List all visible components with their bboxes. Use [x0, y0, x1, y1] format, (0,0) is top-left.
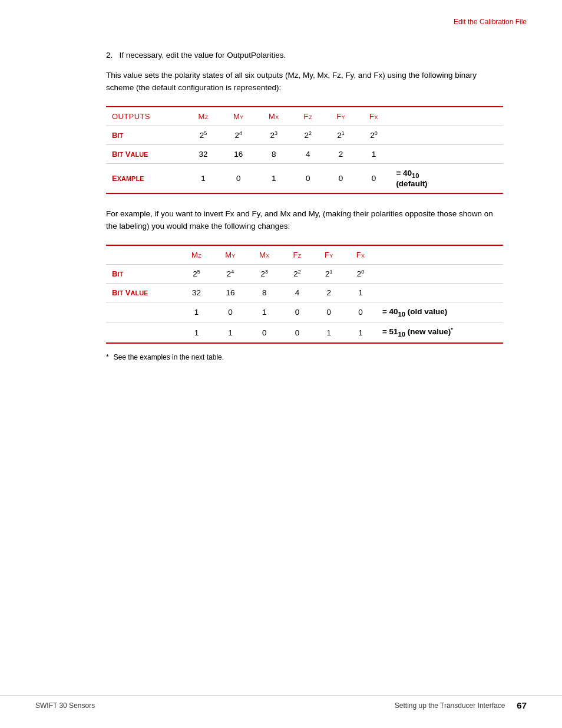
ex-fz: 0	[292, 164, 325, 193]
header-title: Edit the Calibration File	[454, 18, 527, 26]
table-row: BIT 25 24 23 22 21 20	[106, 264, 503, 283]
bitval-my: 16	[221, 145, 256, 164]
bit-fx: 20	[358, 126, 391, 145]
t2-bit-fx: 20	[345, 264, 376, 283]
t2-row3-mx: 1	[247, 302, 282, 322]
ex-mx: 1	[256, 164, 292, 193]
col-mx-1: Mx	[256, 107, 292, 126]
t2-bit-my: 24	[213, 264, 247, 283]
ex-my: 0	[221, 164, 256, 193]
t2-bitval-result	[376, 283, 503, 302]
table-row: EXAMPLE 1 0 1 0 0 0 = 4010(default)	[106, 164, 503, 193]
ex-fx: 0	[358, 164, 391, 193]
footer-product: SWIFT 30 Sensors	[35, 701, 95, 710]
bitval-mx: 8	[256, 145, 292, 164]
bit-fz: 22	[292, 126, 325, 145]
t2-bit-label: BIT	[106, 264, 180, 283]
col-my-2: My	[213, 246, 247, 265]
step-paragraph: 2. If necessary, edit the value for Outp…	[106, 50, 503, 61]
table2-header-row: Mz My Mx Fz Fy Fx	[106, 246, 503, 265]
bit-result	[390, 126, 503, 145]
row-bit-label: BIT	[106, 126, 186, 145]
bit-fy: 21	[325, 126, 358, 145]
bitval-fy: 2	[325, 145, 358, 164]
t2-bitval-my: 16	[213, 283, 247, 302]
page-number: 67	[517, 700, 527, 710]
table-1: OUTPUTS Mz My Mx Fz Fy Fx BIT 25 24	[106, 106, 503, 194]
col-mx-2: Mx	[247, 246, 282, 265]
row-bitvalue-label: BIT VALUE	[106, 145, 186, 164]
col-outputs: OUTPUTS	[106, 107, 186, 126]
col-mz-1: Mz	[186, 107, 220, 126]
body-text-1: This value sets the polarity states of a…	[106, 70, 503, 94]
step-number: 2.	[106, 51, 113, 60]
t2-row3-label	[106, 302, 180, 322]
t2-bitval-fy: 2	[313, 283, 345, 302]
ex-mz: 1	[186, 164, 220, 193]
table-2: Mz My Mx Fz Fy Fx BIT 25 24 23	[106, 245, 503, 344]
table-row: 1 0 1 0 0 0 = 4010 (old value)	[106, 302, 503, 322]
page-footer: SWIFT 30 Sensors Setting up the Transduc…	[0, 695, 562, 710]
body-text-2: For example, if you want to invert Fx an…	[106, 208, 503, 233]
bit-mz: 25	[186, 126, 220, 145]
t2-row4-result: = 5110 (new value)*	[376, 322, 503, 342]
t2-bitvalue-label: BIT VALUE	[106, 283, 180, 302]
bit-mx: 23	[256, 126, 292, 145]
ex-result: = 4010(default)	[390, 164, 503, 193]
t2-bitval-fz: 4	[282, 283, 313, 302]
page-header: Edit the Calibration File	[0, 0, 562, 32]
bit-my: 24	[221, 126, 256, 145]
main-content: 2. If necessary, edit the value for Outp…	[0, 32, 562, 379]
t2-row4-my: 1	[213, 322, 247, 342]
row-example-label: EXAMPLE	[106, 164, 186, 193]
t2-row3-fy: 0	[313, 302, 345, 322]
ex-fy: 0	[325, 164, 358, 193]
col-fz-1: Fz	[292, 107, 325, 126]
t2-bit-fy: 21	[313, 264, 345, 283]
footnote-marker: *	[106, 353, 109, 361]
col-empty	[106, 246, 180, 265]
t2-bitval-mz: 32	[180, 283, 213, 302]
bitval-result	[390, 145, 503, 164]
t2-row4-mx: 0	[247, 322, 282, 342]
col-mz-2: Mz	[180, 246, 213, 265]
table-row: BIT VALUE 32 16 8 4 2 1	[106, 145, 503, 164]
col-fy-1: Fy	[325, 107, 358, 126]
bitval-mz: 32	[186, 145, 220, 164]
col-fz-2: Fz	[282, 246, 313, 265]
footnote: * See the examples in the next table.	[106, 353, 503, 361]
footer-right: Setting up the Transducer Interface 67	[395, 700, 527, 710]
t2-row3-fx: 0	[345, 302, 376, 322]
t2-row4-fx: 1	[345, 322, 376, 342]
col-fx-1: Fx	[358, 107, 391, 126]
col-fx-2: Fx	[345, 246, 376, 265]
col-fy-2: Fy	[313, 246, 345, 265]
t2-row3-fz: 0	[282, 302, 313, 322]
t2-row4-label	[106, 322, 180, 342]
bitval-fx: 1	[358, 145, 391, 164]
t2-bit-fz: 22	[282, 264, 313, 283]
page-container: Edit the Calibration File 2. If necessar…	[0, 0, 562, 728]
t2-row4-fz: 0	[282, 322, 313, 342]
t2-row3-my: 0	[213, 302, 247, 322]
t2-row4-mz: 1	[180, 322, 213, 342]
t2-row3-mz: 1	[180, 302, 213, 322]
table1-header-row: OUTPUTS Mz My Mx Fz Fy Fx	[106, 107, 503, 126]
table-row: 1 1 0 0 1 1 = 5110 (new value)*	[106, 322, 503, 342]
bitval-fz: 4	[292, 145, 325, 164]
t2-row3-result: = 4010 (old value)	[376, 302, 503, 322]
col-my-1: My	[221, 107, 256, 126]
col-result-1	[390, 107, 503, 126]
t2-bitval-mx: 8	[247, 283, 282, 302]
col-result-2	[376, 246, 503, 265]
t2-row4-fy: 1	[313, 322, 345, 342]
table-row: BIT VALUE 32 16 8 4 2 1	[106, 283, 503, 302]
t2-bit-mz: 25	[180, 264, 213, 283]
t2-bit-mx: 23	[247, 264, 282, 283]
footnote-text: See the examples in the next table.	[114, 353, 224, 361]
footer-section: Setting up the Transducer Interface	[395, 701, 505, 710]
t2-bit-result	[376, 264, 503, 283]
t2-bitval-fx: 1	[345, 283, 376, 302]
table-row: BIT 25 24 23 22 21 20	[106, 126, 503, 145]
